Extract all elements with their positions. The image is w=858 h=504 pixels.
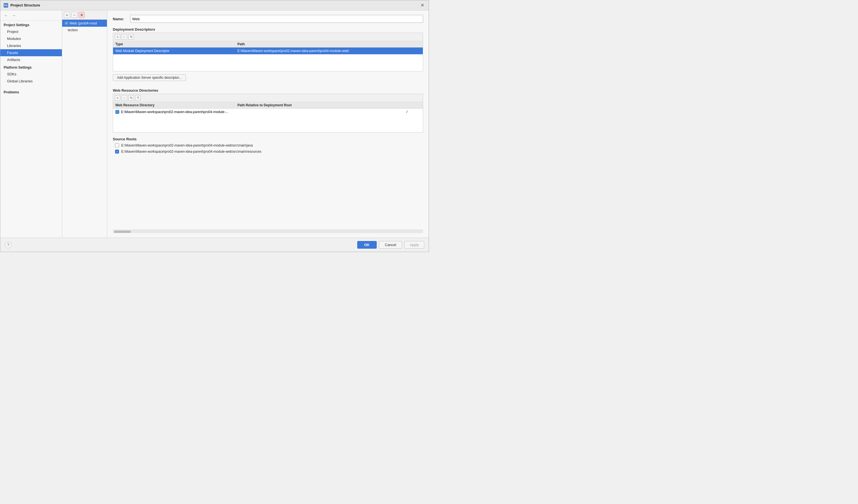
- source-roots-list: E:\Maven\Maven-workspace\pro02-maven-ide…: [113, 142, 423, 155]
- table-row[interactable]: Web Module Deployment Descriptor E:\Mave…: [113, 48, 423, 54]
- main-content: ← → Project Settings Project Modules Lib…: [0, 11, 429, 238]
- ok-button[interactable]: OK: [357, 241, 377, 249]
- col-dir-header: Web Resource Directory: [115, 103, 237, 107]
- web-resource-row[interactable]: E:\Maven\Maven-workspace\pro02-maven-ide…: [113, 109, 423, 115]
- web-resource-table-header: Web Resource Directory Path Relative to …: [113, 102, 423, 109]
- deployment-descriptors-box: + − ✎ Type Path Web Module Deployment De…: [113, 33, 423, 71]
- help-button[interactable]: ?: [5, 242, 12, 248]
- source-root-java-path: E:\Maven\Maven-workspace\pro02-maven-ide…: [121, 143, 253, 147]
- module-item-web[interactable]: W Web (pro04-mod: [62, 20, 107, 27]
- web-resource-dir: E:\Maven\Maven-workspace\pro02-maven-ide…: [121, 110, 405, 114]
- source-root-item-java: E:\Maven\Maven-workspace\pro02-maven-ide…: [113, 142, 423, 148]
- apply-button[interactable]: Apply: [404, 241, 424, 249]
- title-bar: PS Project Structure ✕: [0, 0, 429, 11]
- add-app-server-descriptor-btn[interactable]: Add Application Server specific descript…: [113, 74, 186, 81]
- back-button[interactable]: ←: [2, 12, 9, 19]
- content-spacer: [113, 159, 423, 225]
- module-item-label: Web (pro04-mod: [69, 21, 97, 25]
- deployment-table-header: Type Path: [113, 41, 423, 48]
- problems-label: Problems: [0, 88, 62, 95]
- help-web-resource-btn[interactable]: ?: [135, 95, 141, 101]
- forward-button[interactable]: →: [11, 12, 17, 19]
- cancel-button[interactable]: Cancel: [379, 241, 402, 249]
- name-label: Name:: [113, 17, 127, 21]
- content-area: Name: Deployment Descriptors + − ✎ Type …: [107, 11, 429, 238]
- sidebar-item-facets[interactable]: Facets: [0, 49, 62, 56]
- web-resource-empty-space: [113, 115, 423, 132]
- source-root-resources-path: E:\Maven\Maven-workspace\pro02-maven-ide…: [121, 150, 261, 153]
- edit-web-resource-btn[interactable]: ✎: [128, 95, 134, 101]
- remove-web-resource-btn[interactable]: −: [122, 95, 127, 101]
- add-web-resource-btn[interactable]: +: [115, 95, 121, 101]
- source-roots-section: Source Roots E:\Maven\Maven-workspace\pr…: [113, 137, 423, 155]
- deployment-descriptors-section: Deployment Descriptors + − ✎ Type Path W…: [113, 27, 423, 84]
- col-type-header: Type: [115, 42, 237, 46]
- source-root-java-checkbox[interactable]: [115, 143, 119, 147]
- col-rel-path-header: Path Relative to Deployment Root: [237, 103, 420, 107]
- web-resource-toolbar: + − ✎ ?: [113, 94, 423, 102]
- deployment-toolbar: + − ✎: [113, 33, 423, 41]
- project-settings-label: Project Settings: [0, 21, 62, 28]
- sidebar-item-libraries[interactable]: Libraries: [0, 42, 62, 49]
- delete-module-button[interactable]: ✕: [79, 12, 85, 18]
- bottom-bar: ? OK Cancel Apply: [0, 238, 429, 252]
- col-path-header: Path: [237, 42, 420, 46]
- source-roots-title: Source Roots: [113, 137, 423, 141]
- name-input[interactable]: [130, 15, 423, 23]
- project-structure-dialog: PS Project Structure ✕ ← → Project Setti…: [0, 0, 429, 252]
- descriptor-path: E:\Maven\Maven-workspace\pro02-maven-ide…: [237, 49, 420, 53]
- source-root-item-resources: E:\Maven\Maven-workspace\pro02-maven-ide…: [113, 148, 423, 155]
- source-root-resources-checkbox[interactable]: [115, 150, 119, 153]
- add-module-button[interactable]: +: [64, 12, 70, 18]
- table-empty-space: [113, 54, 423, 71]
- scroll-thumb[interactable]: [114, 231, 131, 233]
- add-descriptor-btn[interactable]: +: [115, 34, 121, 40]
- deployment-descriptors-title: Deployment Descriptors: [113, 27, 423, 32]
- dialog-title: Project Structure: [11, 3, 40, 7]
- module-web-icon: W: [64, 21, 68, 25]
- title-bar-left: PS Project Structure: [4, 3, 40, 7]
- sidebar-nav: ← →: [0, 11, 62, 21]
- sidebar-item-artifacts[interactable]: Artifacts: [0, 56, 62, 63]
- sidebar-item-global-libraries[interactable]: Global Libraries: [0, 78, 62, 85]
- module-sub-item-tection[interactable]: tection: [62, 27, 107, 33]
- web-resource-title: Web Resource Directories: [113, 88, 423, 93]
- module-panel: + − ✕ W Web (pro04-mod tection: [62, 11, 107, 238]
- close-button[interactable]: ✕: [419, 2, 425, 9]
- web-resource-rel-path: /: [407, 110, 420, 114]
- platform-settings-label: Platform Settings: [0, 63, 62, 70]
- remove-module-button[interactable]: −: [71, 12, 77, 18]
- sidebar-item-modules[interactable]: Modules: [0, 35, 62, 42]
- web-resource-box: + − ✎ ? Web Resource Directory Path Rela…: [113, 94, 423, 132]
- remove-descriptor-btn[interactable]: −: [122, 34, 127, 40]
- name-row: Name:: [113, 15, 423, 23]
- horizontal-scrollbar[interactable]: [113, 230, 423, 233]
- sidebar-item-sdks[interactable]: SDKs: [0, 70, 62, 78]
- sidebar-item-project[interactable]: Project: [0, 28, 62, 35]
- edit-descriptor-btn[interactable]: ✎: [128, 34, 134, 40]
- web-resource-icon: [115, 110, 119, 114]
- module-toolbar: + − ✕: [62, 11, 107, 20]
- app-icon: PS: [4, 3, 8, 7]
- web-resource-section: Web Resource Directories + − ✎ ? Web Res…: [113, 88, 423, 132]
- descriptor-type: Web Module Deployment Descriptor: [115, 49, 237, 53]
- sidebar: ← → Project Settings Project Modules Lib…: [0, 11, 62, 238]
- module-tree: W Web (pro04-mod tection: [62, 20, 107, 238]
